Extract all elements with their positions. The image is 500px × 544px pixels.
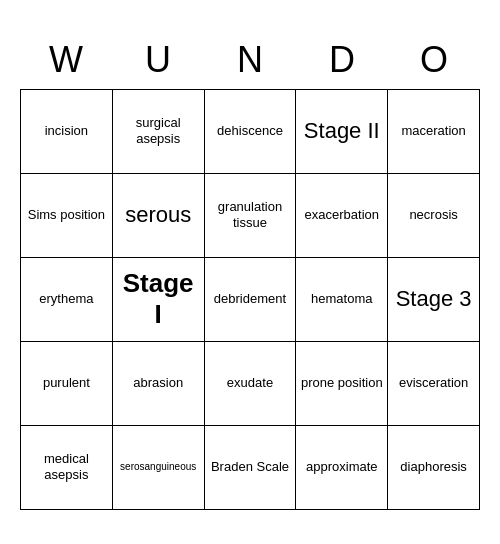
bingo-cell-0: incision <box>21 90 113 174</box>
bingo-card: WUNDO incisionsurgical asepsisdehiscence… <box>20 35 480 510</box>
bingo-cell-3: Stage II <box>296 90 388 174</box>
bingo-cell-8: exacerbation <box>296 174 388 258</box>
bingo-cell-15: purulent <box>21 342 113 426</box>
bingo-cell-2: dehiscence <box>205 90 297 174</box>
bingo-cell-24: diaphoresis <box>388 426 480 510</box>
bingo-cell-1: surgical asepsis <box>113 90 205 174</box>
bingo-cell-5: Sims position <box>21 174 113 258</box>
header-letter-n: N <box>204 35 296 89</box>
bingo-cell-12: debridement <box>205 258 297 342</box>
bingo-cell-21: serosanguineous <box>113 426 205 510</box>
bingo-cell-6: serous <box>113 174 205 258</box>
bingo-cell-9: necrosis <box>388 174 480 258</box>
bingo-cell-20: medical asepsis <box>21 426 113 510</box>
bingo-cell-10: erythema <box>21 258 113 342</box>
bingo-grid: incisionsurgical asepsisdehiscenceStage … <box>20 89 480 510</box>
bingo-cell-13: hematoma <box>296 258 388 342</box>
bingo-cell-16: abrasion <box>113 342 205 426</box>
bingo-cell-7: granulation tissue <box>205 174 297 258</box>
bingo-cell-17: exudate <box>205 342 297 426</box>
header-letter-d: D <box>296 35 388 89</box>
bingo-cell-18: prone position <box>296 342 388 426</box>
header-letter-w: W <box>20 35 112 89</box>
header-letter-o: O <box>388 35 480 89</box>
header-letter-u: U <box>112 35 204 89</box>
bingo-header: WUNDO <box>20 35 480 89</box>
bingo-cell-14: Stage 3 <box>388 258 480 342</box>
bingo-cell-23: approximate <box>296 426 388 510</box>
bingo-cell-11: Stage I <box>113 258 205 342</box>
bingo-cell-22: Braden Scale <box>205 426 297 510</box>
bingo-cell-19: evisceration <box>388 342 480 426</box>
bingo-cell-4: maceration <box>388 90 480 174</box>
